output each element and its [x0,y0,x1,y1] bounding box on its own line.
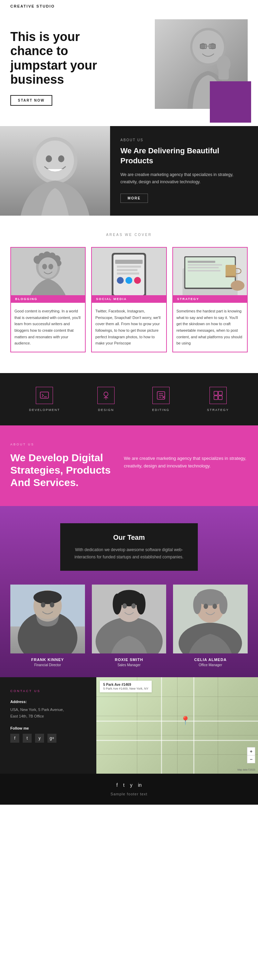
social-icon-gplus[interactable]: g+ [47,734,56,743]
service-label-design: DESIGN [97,408,114,412]
area-text-strategy: Sometimes the hardest part is knowing wh… [173,303,247,352]
footer-icon-twitter[interactable]: t [123,782,125,788]
social-icon-facebook[interactable]: f [10,734,19,743]
service-label-editing: EDITING [152,408,169,412]
contact-social-icons: f t y g+ [10,734,86,743]
team-member-roxie: ROXIE SMITH Sales Manager [92,585,166,667]
svg-point-49 [231,280,244,291]
svg-rect-50 [40,392,49,398]
map-pin: 📍 [180,716,191,725]
roxie-role: Sales Manager [92,663,166,667]
area-card-social: SOCIAL MEDIA Twitter, Facebook, Instagra… [91,247,166,352]
contact-map: 5 Park Ave #1469 5 Park Ave #1469, New Y… [96,677,258,774]
pink-about-label: ABOUT US [10,443,114,446]
social-icon-twitter[interactable]: t [23,734,32,743]
svg-rect-47 [225,265,236,277]
area-text-social: Twitter, Facebook, Instagram, Periscope,… [92,303,166,352]
team-section: Our Team With dedication we develop awes… [0,506,258,677]
roxie-photo [92,585,166,654]
roxie-name: ROXIE SMITH [92,658,166,662]
map-zoom-out[interactable]: − [247,756,255,763]
celia-role: Office Manager [173,663,248,667]
svg-rect-61 [218,396,222,399]
contact-address-label: Address: [10,700,86,704]
service-editing: EDITING [152,387,169,412]
svg-point-79 [131,603,136,608]
map-zoom-in[interactable]: + [247,748,255,756]
svg-rect-31 [115,260,143,264]
team-members: FRANK KINNEY Financial Director [10,585,248,667]
area-text-blogging: Good content is everything. In a world t… [11,303,85,352]
svg-point-86 [193,596,202,614]
area-label-blogging: BLOGGING [11,295,85,303]
service-label-strategy: STRATEGY [207,408,229,412]
contact-address-text: USA, New York, 5 Park Avenue,East 14th, … [10,706,86,719]
contact-left: CONTACT US Address: USA, New York, 5 Par… [0,677,96,774]
svg-rect-59 [218,391,222,395]
area-card-strategy: STRATEGY Sometimes the hardest part is k… [173,247,248,352]
hero-section: This is your chance to jumpstart your bu… [0,13,258,112]
contact-label: CONTACT US [10,689,86,693]
footer-icon-facebook[interactable]: f [116,782,118,788]
service-strategy: STRATEGY [207,387,229,412]
svg-rect-46 [187,270,220,271]
svg-point-77 [136,593,146,614]
svg-rect-58 [214,391,218,395]
contact-section: CONTACT US Address: USA, New York, 5 Par… [0,677,258,774]
service-design: DESIGN [97,387,114,412]
areas-grid: BLOGGING Good content is everything. In … [10,247,248,352]
footer-icon-linkedin[interactable]: in [138,782,142,788]
team-card-desc: With dedication we develop awesome softw… [71,546,187,560]
celia-name: CELIA ALMEDA [173,658,248,662]
about-more-button[interactable]: MORE [120,194,148,203]
svg-rect-34 [117,272,139,275]
pink-about-right: We are creative marketing agency that sp… [124,443,248,470]
svg-point-78 [122,603,127,608]
development-icon [36,387,53,404]
svg-point-87 [220,596,228,614]
footer-icon-youtube[interactable]: y [130,782,133,788]
map-attribution: Map data ©2023 [237,768,255,771]
about-photo [0,126,110,216]
contact-follow-label: Follow me [10,726,86,730]
area-image-blogging: BLOGGING [11,248,85,303]
svg-rect-60 [214,396,218,399]
svg-point-68 [41,602,46,607]
area-image-social: SOCIAL MEDIA [92,248,166,303]
service-label-development: DEVELOPMENT [29,408,60,412]
map-road [193,677,195,774]
svg-rect-45 [187,267,218,268]
frank-photo [10,585,85,654]
map-grid-line [218,677,218,774]
team-member-celia: CELIA ALMEDA Office Manager [173,585,248,667]
social-icon-youtube[interactable]: y [35,734,44,743]
svg-rect-48 [225,276,236,277]
area-label-social: SOCIAL MEDIA [92,295,166,303]
about-desc: We are creative marketing agency that sp… [120,171,248,185]
areas-label: AREAS WE COVER [10,233,248,237]
svg-point-37 [134,277,141,284]
team-card: Our Team With dedication we develop awes… [60,523,198,571]
svg-point-35 [117,277,124,284]
hero-cta-button[interactable]: START NOW [10,95,52,106]
svg-point-67 [33,591,62,604]
pink-about-desc: We are creative marketing agency that sp… [124,455,248,470]
svg-rect-43 [187,261,215,263]
map-road [161,677,162,774]
areas-section: AREAS WE COVER [0,216,258,373]
team-card-title: Our Team [71,534,187,541]
svg-point-16 [58,155,64,162]
footer-social: f t y in [10,782,248,788]
svg-point-26 [42,264,47,269]
svg-rect-44 [187,264,222,266]
about-content: ABOUT US We Are Delivering Beautiful Pro… [110,126,258,216]
footer-text: Sample footer text [10,792,248,796]
svg-rect-10 [218,67,229,80]
design-icon [97,387,114,404]
editing-icon [152,387,169,404]
pink-about-title: We Develop Digital Strategies, Products … [10,452,114,489]
pink-about-section: ABOUT US We Develop Digital Strategies, … [0,425,258,506]
svg-point-89 [212,603,217,609]
svg-point-76 [112,593,122,614]
hero-text: This is your chance to jumpstart your bu… [10,23,120,106]
